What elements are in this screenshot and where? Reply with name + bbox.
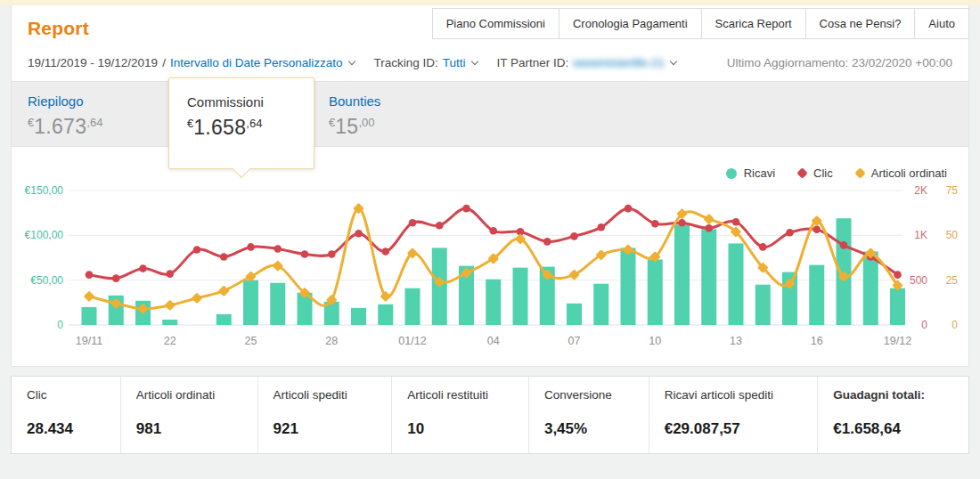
clic-point-08/12[interactable] xyxy=(597,223,605,231)
orders-point-24/11[interactable] xyxy=(220,287,228,295)
clic-point-30/11[interactable] xyxy=(381,248,389,256)
left-axis-eur: 0€50,00€100,00€150,00 xyxy=(25,184,64,331)
nav-button-aiuto[interactable]: Aiuto xyxy=(914,8,969,39)
bar-07/12[interactable] xyxy=(567,304,582,325)
clic-point-01/12[interactable] xyxy=(409,219,417,227)
nav-button-cosa-ne-pensi[interactable]: Cosa ne Pensi? xyxy=(805,8,916,39)
bar-25/11[interactable] xyxy=(243,280,258,325)
legend-item-articoli-ordinati[interactable]: Articoli ordinati xyxy=(856,166,947,180)
clic-point-16/12[interactable] xyxy=(813,225,821,233)
header-row: Report Piano CommissioniCronologia Pagam… xyxy=(12,5,968,48)
bar-10/12[interactable] xyxy=(648,260,663,326)
svg-text:19/12: 19/12 xyxy=(884,335,911,347)
stat-conversione: Conversione3,45% xyxy=(529,377,649,453)
date-range: 19/11/2019 - 19/12/2019 xyxy=(28,56,158,69)
clic-point-19/12[interactable] xyxy=(894,271,902,279)
clicks-line xyxy=(86,205,902,282)
svg-text:10: 10 xyxy=(649,335,661,347)
bar-14/12[interactable] xyxy=(755,285,771,325)
clic-point-15/12[interactable] xyxy=(786,229,794,237)
bar-05/12[interactable] xyxy=(513,268,528,325)
bar-19/11[interactable] xyxy=(82,307,97,325)
nav-button-scarica-report[interactable]: Scarica Report xyxy=(701,8,806,39)
tracking-id-value: Tutti xyxy=(443,56,466,69)
bar-22/11[interactable] xyxy=(162,320,177,325)
clic-point-21/11[interactable] xyxy=(139,264,147,272)
bar-13/12[interactable] xyxy=(729,243,744,325)
svg-text:25: 25 xyxy=(245,335,257,347)
bar-08/12[interactable] xyxy=(593,284,608,325)
nav-button-piano-commissioni[interactable]: Piano Commissioni xyxy=(432,8,559,39)
top-nav: Piano CommissioniCronologia PagamentiSca… xyxy=(433,8,969,39)
bar-18/12[interactable] xyxy=(863,252,878,326)
orders-point-19/11[interactable] xyxy=(86,292,94,300)
stat-label: Ricavi articoli spediti xyxy=(665,388,818,402)
tracking-id-dropdown[interactable]: Tutti xyxy=(443,56,478,69)
clic-point-13/12[interactable] xyxy=(732,218,740,226)
commissions-chart: 0€50,00€100,00€150,0005001K2K025507519/1… xyxy=(12,179,968,357)
clic-point-04/12[interactable] xyxy=(489,227,497,235)
clic-point-20/11[interactable] xyxy=(112,274,120,282)
bar-04/12[interactable] xyxy=(486,280,501,325)
clic-point-17/12[interactable] xyxy=(840,241,848,249)
stat-label: Guadagni totali: xyxy=(833,388,968,402)
svg-text:50: 50 xyxy=(946,229,959,241)
svg-text:0: 0 xyxy=(921,319,927,331)
clic-point-25/11[interactable] xyxy=(247,243,255,251)
orders-point-23/11[interactable] xyxy=(193,294,201,302)
clic-point-24/11[interactable] xyxy=(220,253,228,261)
chevron-down-icon xyxy=(670,58,677,65)
right-axis-orders: 0255075 xyxy=(946,184,959,331)
bar-26/11[interactable] xyxy=(270,283,285,325)
tab-riepilogo[interactable]: Riepilogo€1.673,64 xyxy=(28,82,168,139)
stat-clic: Clic28.434 xyxy=(12,377,121,453)
svg-text:0: 0 xyxy=(57,319,63,331)
svg-text:16: 16 xyxy=(811,335,823,347)
legend-item-clic[interactable]: Clic xyxy=(798,166,833,180)
clic-point-07/12[interactable] xyxy=(570,232,578,240)
bar-11/12[interactable] xyxy=(674,224,690,325)
clic-point-28/11[interactable] xyxy=(328,250,336,258)
clic-point-10/12[interactable] xyxy=(651,220,659,228)
bar-16/12[interactable] xyxy=(809,265,824,325)
clic-point-27/11[interactable] xyxy=(301,250,309,258)
tab-bounties[interactable]: Bounties€15,00 xyxy=(329,82,470,139)
clic-point-06/12[interactable] xyxy=(543,238,551,246)
clic-point-14/12[interactable] xyxy=(759,243,767,251)
bar-30/11[interactable] xyxy=(378,304,393,325)
tab-commissioni[interactable]: Commissioni€1.658,64 xyxy=(168,77,314,169)
stat-value: 10 xyxy=(407,420,528,438)
bar-19/12[interactable] xyxy=(890,288,905,325)
stat-label: Clic xyxy=(27,388,120,402)
bar-01/12[interactable] xyxy=(405,288,421,325)
clic-point-23/11[interactable] xyxy=(193,246,201,254)
svg-text:25: 25 xyxy=(946,274,959,287)
nav-button-cronologia-pagamenti[interactable]: Cronologia Pagamenti xyxy=(559,8,702,39)
right-axis-clic: 05001K2K xyxy=(910,184,927,331)
svg-text:0: 0 xyxy=(951,319,958,331)
date-mode-dropdown[interactable]: Intervallo di Date Personalizzato xyxy=(170,56,355,69)
legend-item-ricavi[interactable]: Ricavi xyxy=(726,166,775,180)
clic-point-26/11[interactable] xyxy=(274,245,282,253)
orders-point-12/12[interactable] xyxy=(705,215,713,223)
svg-text:19/11: 19/11 xyxy=(76,335,102,347)
bar-29/11[interactable] xyxy=(351,308,366,325)
stat-value: 3,45% xyxy=(544,420,649,438)
orders-point-22/11[interactable] xyxy=(166,301,174,309)
bar-12/12[interactable] xyxy=(701,229,716,325)
clic-point-09/12[interactable] xyxy=(625,205,633,213)
partner-id-dropdown[interactable]: wwwmisterlife-21 xyxy=(573,56,676,69)
bar-24/11[interactable] xyxy=(216,314,232,325)
clic-point-29/11[interactable] xyxy=(355,230,363,238)
clic-point-22/11[interactable] xyxy=(166,270,174,278)
x-axis-labels: 19/1122252801/12040710131619/12 xyxy=(76,335,911,347)
clic-point-11/12[interactable] xyxy=(678,219,686,227)
clic-point-03/12[interactable] xyxy=(462,205,470,213)
clic-point-12/12[interactable] xyxy=(705,224,713,232)
clic-point-19/11[interactable] xyxy=(86,271,94,279)
clic-point-02/12[interactable] xyxy=(436,222,444,230)
svg-text:01/12: 01/12 xyxy=(398,335,426,347)
svg-text:07: 07 xyxy=(568,335,581,347)
bar-09/12[interactable] xyxy=(621,248,636,325)
tab-label: Bounties xyxy=(329,93,470,109)
